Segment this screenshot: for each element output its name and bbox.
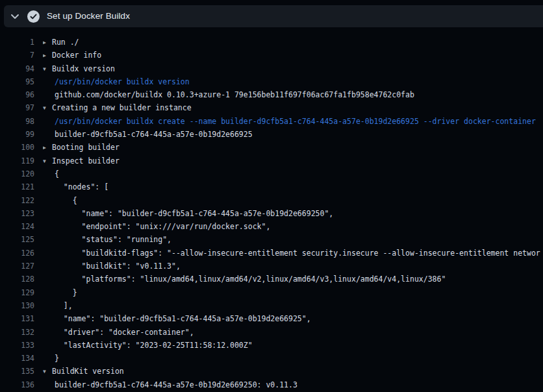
line-content: } [43,286,543,299]
group-title: BuildKit version [52,367,124,376]
line-content: builder-d9cfb5a1-c764-445a-a57e-0b19d2e6… [43,128,543,141]
line-content: "status": "running", [43,233,543,246]
output-text: { [55,169,59,178]
line-content: } [43,352,543,365]
line-number-link[interactable]: 131 [0,312,34,325]
line-number-link[interactable]: 99 [0,128,34,141]
line-number-link[interactable]: 98 [0,115,34,128]
log-line: 96github.com/docker/buildx 0.10.3+azure-… [0,88,543,101]
line-content: "endpoint": "unix:///var/run/docker.sock… [43,220,543,233]
log-line: 132 "driver": "docker-container", [0,326,543,339]
line-number-link[interactable]: 119 [0,154,34,167]
triangle-right-icon[interactable]: ▶ [43,141,52,154]
line-content: "buildkit": "v0.11.3", [43,260,543,273]
group-title: Inspect builder [52,156,120,165]
output-text: builder-d9cfb5a1-c764-445a-a57e-0b19d2e6… [55,380,297,389]
log-panel: 1▶Run ./7▶Docker info94▼Buildx version95… [0,27,543,392]
triangle-right-icon[interactable]: ▶ [43,49,52,62]
log-line[interactable]: 97▼Creating a new builder instance [0,101,543,114]
group-title: Run ./ [52,38,79,47]
log-line[interactable]: 135▼BuildKit version [0,365,543,378]
output-text: "lastActivity": "2023-02-25T11:58:12.000… [55,341,253,350]
log-line: 98/usr/bin/docker buildx create --name b… [0,115,543,128]
line-number-link[interactable]: 100 [0,141,34,154]
line-content: ▼Buildx version [43,62,543,75]
line-number-link[interactable]: 133 [0,339,34,352]
line-content: "driver": "docker-container", [43,326,543,339]
line-content: "nodes": [ [43,180,543,193]
log-line: 95/usr/bin/docker buildx version [0,75,543,88]
line-number-link[interactable]: 95 [0,75,34,88]
line-content: ▶Booting builder [43,141,543,154]
output-text: "endpoint": "unix:///var/run/docker.sock… [55,222,270,231]
log-line[interactable]: 119▼Inspect builder [0,154,543,167]
line-content: ▶Docker info [43,49,543,62]
step-header[interactable]: Set up Docker Buildx [4,5,543,27]
line-number-link[interactable]: 127 [0,260,34,273]
log-line[interactable]: 7▶Docker info [0,49,543,62]
output-text: github.com/docker/buildx 0.10.3+azure-1 … [55,90,414,99]
output-text: "driver": "docker-container", [55,328,194,337]
line-content: ▼Creating a new builder instance [43,101,543,114]
line-number-link[interactable]: 129 [0,286,34,299]
output-text: "platforms": "linux/amd64,linux/amd64/v2… [55,275,446,284]
line-number-link[interactable]: 1 [0,36,34,49]
line-number-link[interactable]: 97 [0,101,34,114]
log-line: 99builder-d9cfb5a1-c764-445a-a57e-0b19d2… [0,128,543,141]
group-title: Docker info [52,51,101,60]
step-title: Set up Docker Buildx [47,12,130,21]
line-number-link[interactable]: 7 [0,49,34,62]
triangle-right-icon[interactable]: ▶ [43,36,52,49]
triangle-down-icon[interactable]: ▼ [43,102,52,114]
log-line: 131 "name": "builder-d9cfb5a1-c764-445a-… [0,312,543,325]
log-line: 121 "nodes": [ [0,180,543,193]
line-content: "buildkitd-flags": "--allow-insecure-ent… [43,247,543,260]
line-number-link[interactable]: 120 [0,167,34,180]
output-text: builder-d9cfb5a1-c764-445a-a57e-0b19d2e6… [55,130,253,139]
line-number-link[interactable]: 134 [0,352,34,365]
output-text: "buildkitd-flags": "--allow-insecure-ent… [55,249,540,258]
line-number-link[interactable]: 121 [0,180,34,193]
output-text: "name": "builder-d9cfb5a1-c764-445a-a57e… [55,209,333,218]
triangle-down-icon[interactable]: ▼ [43,155,52,167]
triangle-down-icon[interactable]: ▼ [43,63,52,75]
line-number-link[interactable]: 94 [0,62,34,75]
chevron-down-icon[interactable] [10,14,19,19]
log-lines: 1▶Run ./7▶Docker info94▼Buildx version95… [0,36,543,391]
log-line: 130 ], [0,299,543,312]
line-number-link[interactable]: 124 [0,220,34,233]
line-content: { [43,194,543,207]
output-text: "status": "running", [55,235,171,244]
log-line: 133 "lastActivity": "2023-02-25T11:58:12… [0,339,543,352]
line-content: "name": "builder-d9cfb5a1-c764-445a-a57e… [43,207,543,220]
line-number-link[interactable]: 122 [0,194,34,207]
log-line[interactable]: 94▼Buildx version [0,62,543,75]
line-content: ▶Run ./ [43,36,543,49]
line-number-link[interactable]: 96 [0,88,34,101]
line-number-link[interactable]: 125 [0,233,34,246]
log-line: 120{ [0,167,543,180]
line-number-link[interactable]: 126 [0,247,34,260]
log-line[interactable]: 100▶Booting builder [0,141,543,154]
line-number-link[interactable]: 123 [0,207,34,220]
line-content: /usr/bin/docker buildx create --name bui… [43,115,543,128]
group-title: Buildx version [52,64,115,73]
log-line: 124 "endpoint": "unix:///var/run/docker.… [0,220,543,233]
log-line: 134} [0,352,543,365]
line-number-link[interactable]: 128 [0,273,34,286]
log-line: 122 { [0,194,543,207]
output-text: "buildkit": "v0.11.3", [55,262,181,271]
command-text: /usr/bin/docker buildx version [55,77,190,86]
log-line: 126 "buildkitd-flags": "--allow-insecure… [0,247,543,260]
line-number-link[interactable]: 130 [0,299,34,312]
output-text: "name": "builder-d9cfb5a1-c764-445a-a57e… [55,314,311,323]
triangle-down-icon[interactable]: ▼ [43,365,52,378]
line-number-link[interactable]: 136 [0,378,34,391]
output-text: } [55,288,77,297]
line-number-link[interactable]: 132 [0,326,34,339]
line-content: { [43,167,543,180]
output-text: "nodes": [ [55,182,108,191]
log-line[interactable]: 1▶Run ./ [0,36,543,49]
line-number-link[interactable]: 135 [0,365,34,378]
log-line: 123 "name": "builder-d9cfb5a1-c764-445a-… [0,207,543,220]
